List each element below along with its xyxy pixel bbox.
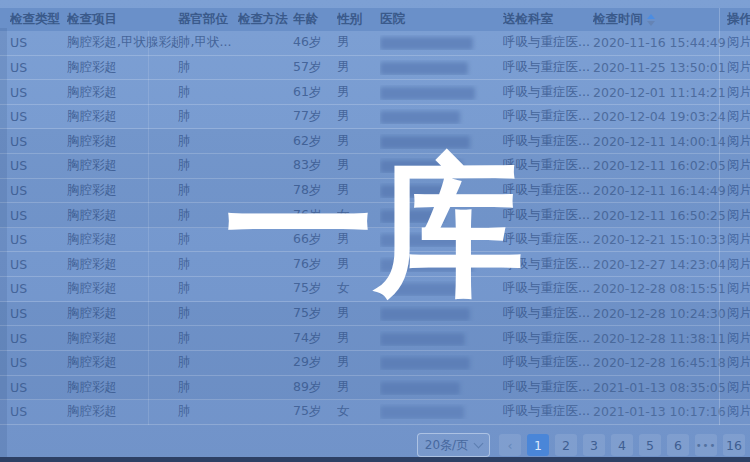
cell-dept: 呼吸与重症医... xyxy=(503,182,593,199)
cell-action: 阅片 xyxy=(727,354,750,371)
table-row: US胸腔彩超肺57岁男呼吸与重症医...2020-11-25 13:50:01阅… xyxy=(0,56,750,81)
view-images-link[interactable]: 阅片 xyxy=(727,305,750,320)
cell-organ: 肺 xyxy=(178,84,238,101)
view-images-link[interactable]: 阅片 xyxy=(727,280,750,295)
table-row: US胸腔彩超肺66岁男呼吸与重症医...2020-12-21 15:10:33阅… xyxy=(0,228,750,253)
cell-gender: 女 xyxy=(337,403,380,420)
page-button-16[interactable]: 16 xyxy=(723,434,745,456)
cell-time: 2020-12-11 16:02:05 xyxy=(593,158,727,173)
page-button-1[interactable]: 1 xyxy=(527,434,549,456)
cell-type: US xyxy=(10,134,67,149)
cell-age: 78岁 xyxy=(293,182,337,199)
cell-action: 阅片 xyxy=(727,207,750,224)
prev-page-button[interactable]: ‹ xyxy=(499,434,521,456)
page-button-6[interactable]: 6 xyxy=(667,434,689,456)
sort-icons xyxy=(647,14,655,26)
page-button-3[interactable]: 3 xyxy=(583,434,605,456)
col-header-gender: 性别 xyxy=(337,11,380,28)
view-images-link[interactable]: 阅片 xyxy=(727,354,750,369)
cell-age: 74岁 xyxy=(293,330,337,347)
table-row: US胸腔彩超肺74岁男呼吸与重症医...2020-12-28 11:38:11阅… xyxy=(0,326,750,351)
cell-age: 83岁 xyxy=(293,157,337,174)
cell-action: 阅片 xyxy=(727,84,750,101)
cell-age: 46岁 xyxy=(293,34,337,51)
col-header-label: 检查项目 xyxy=(67,11,117,28)
page-button-5[interactable]: 5 xyxy=(639,434,661,456)
cell-gender: 男 xyxy=(337,231,380,248)
view-images-link[interactable]: 阅片 xyxy=(727,34,750,49)
page-ellipsis[interactable]: ••• xyxy=(695,434,717,456)
cell-action: 阅片 xyxy=(727,403,750,420)
cell-item: 胸腔彩超 xyxy=(67,133,178,150)
cell-dept: 呼吸与重症医... xyxy=(503,354,593,371)
table-row: US胸腔彩超肺75岁男呼吸与重症医...2020-12-28 10:24:30阅… xyxy=(0,302,750,327)
table-row: US胸腔彩超,甲状腺彩超肺,甲状...46岁男呼吸与重症医...2020-11-… xyxy=(0,31,750,56)
table-header: 检查类型检查项目器官部位检查方法年龄性别医院送检科室检查时间操作 xyxy=(0,8,750,31)
cell-type: US xyxy=(10,158,67,173)
cell-item: 胸腔彩超 xyxy=(67,256,178,273)
col-header-label: 年龄 xyxy=(293,11,318,28)
col-header-method: 检查方法 xyxy=(238,11,293,28)
table-row: US胸腔彩超肺78岁男呼吸与重症医...2020-12-11 16:14:49阅… xyxy=(0,179,750,204)
cell-gender: 男 xyxy=(337,133,380,150)
cell-organ: 肺 xyxy=(178,379,238,396)
view-images-link[interactable]: 阅片 xyxy=(727,330,750,345)
view-images-link[interactable]: 阅片 xyxy=(727,84,750,99)
page-button-4[interactable]: 4 xyxy=(611,434,633,456)
cell-dept: 呼吸与重症医... xyxy=(503,231,593,248)
view-images-link[interactable]: 阅片 xyxy=(727,108,750,123)
cell-action: 阅片 xyxy=(727,256,750,273)
view-images-link[interactable]: 阅片 xyxy=(727,256,750,271)
cell-hospital xyxy=(380,183,503,198)
cell-age: 66岁 xyxy=(293,231,337,248)
cell-type: US xyxy=(10,60,67,75)
cell-item: 胸腔彩超 xyxy=(67,157,178,174)
view-images-link[interactable]: 阅片 xyxy=(727,182,750,197)
table-row: US胸腔彩超肺89岁男呼吸与重症医...2021-01-13 08:35:05阅… xyxy=(0,376,750,401)
page-button-2[interactable]: 2 xyxy=(555,434,577,456)
page-size-select[interactable]: 20条/页 xyxy=(417,433,490,457)
view-images-link[interactable]: 阅片 xyxy=(727,207,750,222)
table-body: US胸腔彩超,甲状腺彩超肺,甲状...46岁男呼吸与重症医...2020-11-… xyxy=(0,31,750,425)
cell-type: US xyxy=(10,404,67,419)
view-images-link[interactable]: 阅片 xyxy=(727,133,750,148)
cell-type: US xyxy=(10,109,67,124)
table-row: US胸腔彩超肺61岁男呼吸与重症医...2020-12-01 11:14:21阅… xyxy=(0,80,750,105)
cell-type: US xyxy=(10,257,67,272)
cell-organ: 肺 xyxy=(178,133,238,150)
cell-gender: 男 xyxy=(337,59,380,76)
cell-hospital xyxy=(380,109,503,124)
cell-organ: 肺 xyxy=(178,59,238,76)
cell-time: 2020-11-25 13:50:01 xyxy=(593,60,727,75)
col-header-label: 操作 xyxy=(727,11,750,28)
hospital-redacted-blur xyxy=(380,160,462,173)
view-images-link[interactable]: 阅片 xyxy=(727,59,750,74)
cell-time: 2020-12-11 16:50:25 xyxy=(593,208,727,223)
view-images-link[interactable]: 阅片 xyxy=(727,231,750,246)
cell-action: 阅片 xyxy=(727,133,750,150)
hospital-redacted-blur xyxy=(380,87,475,100)
cell-hospital xyxy=(380,208,503,223)
cell-gender: 男 xyxy=(337,379,380,396)
view-images-link[interactable]: 阅片 xyxy=(727,157,750,172)
cell-age: 57岁 xyxy=(293,59,337,76)
cell-age: 89岁 xyxy=(293,379,337,396)
cell-age: 75岁 xyxy=(293,280,337,297)
view-images-link[interactable]: 阅片 xyxy=(727,403,750,418)
cell-gender: 男 xyxy=(337,305,380,322)
cell-hospital xyxy=(380,134,503,149)
view-images-link[interactable]: 阅片 xyxy=(727,379,750,394)
cell-time: 2020-12-11 16:14:49 xyxy=(593,183,727,198)
cell-hospital xyxy=(380,404,503,419)
cell-item: 胸腔彩超,甲状腺彩超 xyxy=(67,34,178,51)
hospital-redacted-blur xyxy=(380,111,460,124)
cell-action: 阅片 xyxy=(727,330,750,347)
col-header-item: 检查项目 xyxy=(67,11,178,28)
col-header-time[interactable]: 检查时间 xyxy=(593,11,727,28)
cell-item: 胸腔彩超 xyxy=(67,231,178,248)
cell-age: 62岁 xyxy=(293,133,337,150)
cell-age: 61岁 xyxy=(293,84,337,101)
col-header-label: 医院 xyxy=(380,11,405,28)
col-header-dept: 送检科室 xyxy=(503,11,593,28)
cell-dept: 呼吸与重症医... xyxy=(503,34,593,51)
